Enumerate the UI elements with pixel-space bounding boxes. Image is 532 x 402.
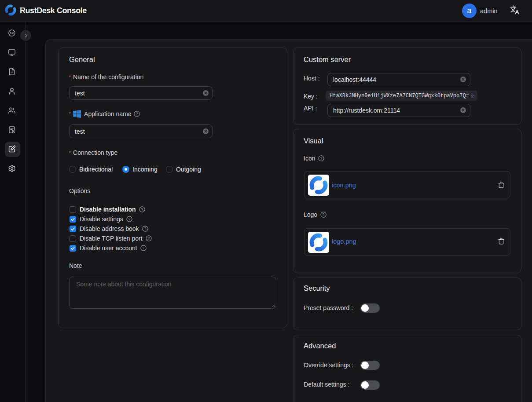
svg-text:?: ? [141,207,143,212]
svg-text:?: ? [136,112,138,116]
svg-text:?: ? [323,212,325,217]
svg-text:?: ? [128,217,131,221]
svg-text:?: ? [144,227,146,231]
svg-text:?: ? [147,236,150,241]
svg-text:?: ? [142,246,144,250]
svg-text:?: ? [320,156,323,161]
